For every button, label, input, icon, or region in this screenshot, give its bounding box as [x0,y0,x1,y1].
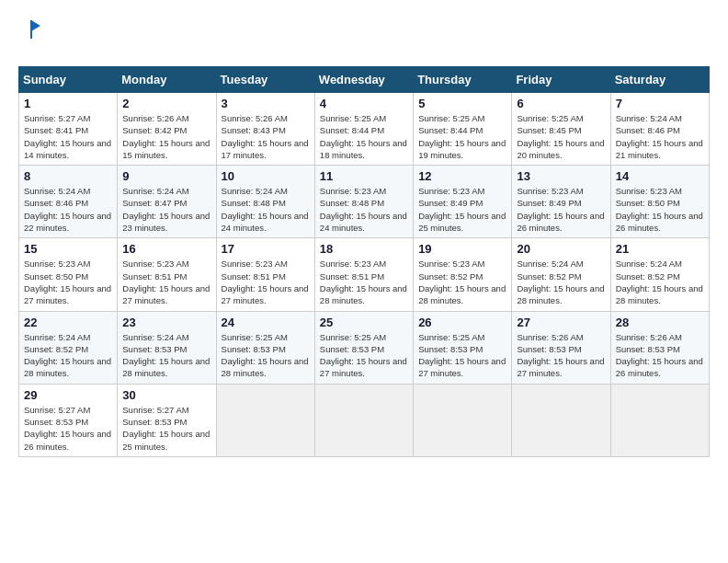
calendar-day-cell: 26 Sunrise: 5:25 AM Sunset: 8:53 PM Dayl… [414,311,512,384]
day-sunset: Sunset: 8:53 PM [222,344,286,354]
day-daylight: Daylight: 15 hours and 28 minutes. [616,283,703,305]
day-sunrise: Sunrise: 5:24 AM [122,186,188,196]
calendar-week-row: 8 Sunrise: 5:24 AM Sunset: 8:46 PM Dayli… [19,166,710,238]
day-number: 26 [418,316,506,329]
day-daylight: Daylight: 15 hours and 21 minutes. [616,138,703,160]
day-number: 29 [24,388,112,402]
day-sunrise: Sunrise: 5:26 AM [222,113,288,123]
day-number: 14 [616,169,704,183]
calendar-day-cell: 23 Sunrise: 5:24 AM Sunset: 8:53 PM Dayl… [118,311,216,384]
calendar-day-header: Wednesday [314,67,413,93]
day-daylight: Daylight: 15 hours and 15 minutes. [122,138,210,160]
calendar-day-header: Saturday [610,67,709,93]
day-daylight: Daylight: 15 hours and 26 minutes. [616,356,703,378]
day-sunrise: Sunrise: 5:25 AM [320,113,386,123]
calendar-day-cell: 25 Sunrise: 5:25 AM Sunset: 8:53 PM Dayl… [314,311,413,384]
day-daylight: Daylight: 15 hours and 28 minutes. [320,283,407,305]
calendar-day-cell: 15 Sunrise: 5:23 AM Sunset: 8:50 PM Dayl… [19,238,118,311]
day-number: 3 [222,97,310,110]
day-sunrise: Sunrise: 5:24 AM [517,259,583,269]
day-sunset: Sunset: 8:46 PM [616,125,680,135]
day-number: 6 [517,97,605,110]
day-sunset: Sunset: 8:53 PM [24,417,88,427]
day-daylight: Daylight: 15 hours and 27 minutes. [24,283,111,305]
calendar-day-cell: 10 Sunrise: 5:24 AM Sunset: 8:48 PM Dayl… [216,166,314,238]
day-sunrise: Sunrise: 5:23 AM [418,259,484,269]
day-daylight: Daylight: 15 hours and 28 minutes. [222,356,309,378]
day-sunrise: Sunrise: 5:26 AM [616,332,682,342]
day-sunrise: Sunrise: 5:23 AM [616,186,682,196]
day-number: 9 [122,169,210,183]
day-sunset: Sunset: 8:47 PM [122,198,187,208]
calendar-day-cell: 16 Sunrise: 5:23 AM Sunset: 8:51 PM Dayl… [118,238,216,311]
day-daylight: Daylight: 15 hours and 24 minutes. [320,211,407,233]
day-sunrise: Sunrise: 5:23 AM [222,259,288,269]
day-number: 11 [320,169,408,183]
day-number: 25 [320,316,408,329]
day-sunrise: Sunrise: 5:23 AM [320,259,386,269]
day-number: 20 [517,242,605,256]
day-number: 19 [418,242,506,256]
day-sunset: Sunset: 8:53 PM [122,344,187,354]
day-sunset: Sunset: 8:44 PM [418,125,483,135]
day-sunset: Sunset: 8:52 PM [517,271,581,282]
day-number: 13 [517,169,605,183]
day-sunrise: Sunrise: 5:23 AM [320,186,386,196]
day-sunrise: Sunrise: 5:24 AM [24,186,90,196]
day-number: 1 [24,97,112,110]
day-sunset: Sunset: 8:51 PM [222,271,286,282]
calendar-day-cell: 5 Sunrise: 5:25 AM Sunset: 8:44 PM Dayli… [414,93,512,166]
day-daylight: Daylight: 15 hours and 23 minutes. [122,211,210,233]
day-number: 12 [418,169,506,183]
calendar-week-row: 15 Sunrise: 5:23 AM Sunset: 8:50 PM Dayl… [19,238,710,311]
day-daylight: Daylight: 15 hours and 20 minutes. [517,138,604,160]
calendar-day-cell: 18 Sunrise: 5:23 AM Sunset: 8:51 PM Dayl… [314,238,413,311]
calendar-day-cell: 30 Sunrise: 5:27 AM Sunset: 8:53 PM Dayl… [118,384,216,456]
day-number: 30 [122,388,210,402]
calendar-day-cell: 9 Sunrise: 5:24 AM Sunset: 8:47 PM Dayli… [118,166,216,238]
day-number: 24 [222,316,310,329]
day-daylight: Daylight: 15 hours and 26 minutes. [24,429,111,451]
calendar-week-row: 22 Sunrise: 5:24 AM Sunset: 8:52 PM Dayl… [19,311,710,384]
calendar-week-row: 29 Sunrise: 5:27 AM Sunset: 8:53 PM Dayl… [19,384,710,456]
calendar-day-cell: 6 Sunrise: 5:25 AM Sunset: 8:45 PM Dayli… [512,93,610,166]
calendar-day-cell: 8 Sunrise: 5:24 AM Sunset: 8:46 PM Dayli… [19,166,118,238]
day-daylight: Daylight: 15 hours and 27 minutes. [222,283,309,305]
day-sunset: Sunset: 8:43 PM [222,125,286,135]
day-sunrise: Sunrise: 5:25 AM [222,332,288,342]
calendar-day-cell: 2 Sunrise: 5:26 AM Sunset: 8:42 PM Dayli… [118,93,216,166]
day-sunset: Sunset: 8:44 PM [320,125,384,135]
calendar-day-cell: 3 Sunrise: 5:26 AM Sunset: 8:43 PM Dayli… [216,93,314,166]
day-number: 10 [222,169,310,183]
day-sunset: Sunset: 8:49 PM [517,198,581,208]
day-daylight: Daylight: 15 hours and 25 minutes. [418,211,506,233]
calendar-day-cell [216,384,314,456]
day-sunrise: Sunrise: 5:24 AM [222,186,288,196]
day-number: 23 [122,316,210,329]
day-daylight: Daylight: 15 hours and 25 minutes. [122,429,210,451]
day-number: 5 [418,97,506,110]
calendar-day-cell [512,384,610,456]
svg-marker-0 [31,20,40,31]
calendar-day-cell: 27 Sunrise: 5:26 AM Sunset: 8:53 PM Dayl… [512,311,610,384]
calendar-day-cell [314,384,413,456]
calendar-day-cell: 17 Sunrise: 5:23 AM Sunset: 8:51 PM Dayl… [216,238,314,311]
day-daylight: Daylight: 15 hours and 28 minutes. [517,283,604,305]
day-number: 17 [222,242,310,256]
calendar-day-cell: 12 Sunrise: 5:23 AM Sunset: 8:49 PM Dayl… [414,166,512,238]
calendar-day-header: Friday [512,67,610,93]
day-sunrise: Sunrise: 5:23 AM [24,259,90,269]
day-number: 2 [122,97,210,110]
day-daylight: Daylight: 15 hours and 28 minutes. [122,356,210,378]
day-daylight: Daylight: 15 hours and 27 minutes. [517,356,604,378]
day-daylight: Daylight: 15 hours and 28 minutes. [24,356,111,378]
day-sunset: Sunset: 8:53 PM [517,344,581,354]
day-sunset: Sunset: 8:53 PM [122,417,187,427]
calendar-day-header: Sunday [19,67,118,93]
calendar-day-cell: 24 Sunrise: 5:25 AM Sunset: 8:53 PM Dayl… [216,311,314,384]
calendar-day-cell: 4 Sunrise: 5:25 AM Sunset: 8:44 PM Dayli… [314,93,413,166]
day-daylight: Daylight: 15 hours and 26 minutes. [517,211,604,233]
day-sunset: Sunset: 8:53 PM [320,344,384,354]
calendar-day-cell: 21 Sunrise: 5:24 AM Sunset: 8:52 PM Dayl… [610,238,709,311]
day-sunrise: Sunrise: 5:23 AM [122,259,188,269]
